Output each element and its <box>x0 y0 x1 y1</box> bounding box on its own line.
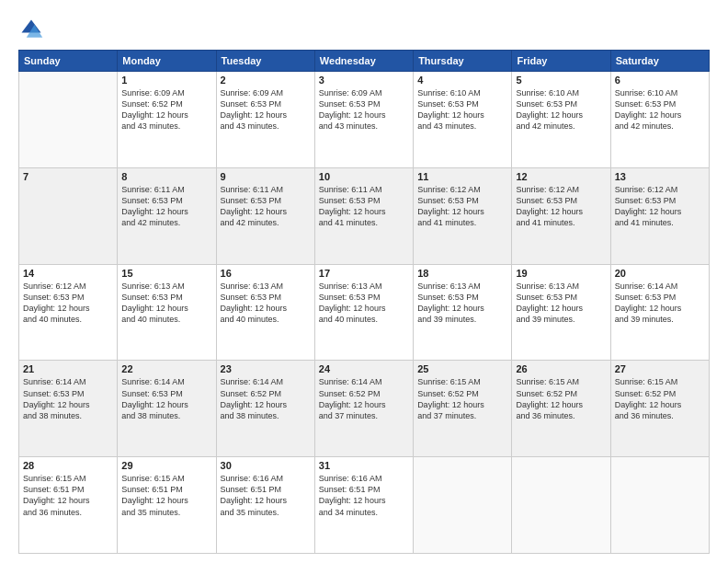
cell-text: Sunrise: 6:15 AMSunset: 6:52 PMDaylight:… <box>516 376 606 421</box>
table-row: 26Sunrise: 6:15 AMSunset: 6:52 PMDayligh… <box>512 361 610 457</box>
cell-text: Sunrise: 6:13 AMSunset: 6:53 PMDaylight:… <box>121 281 211 326</box>
table-row: 21Sunrise: 6:14 AMSunset: 6:53 PMDayligh… <box>19 361 118 457</box>
day-number: 9 <box>221 171 311 182</box>
cell-text: Sunrise: 6:12 AMSunset: 6:53 PMDaylight:… <box>615 184 705 229</box>
logo-icon <box>18 17 44 42</box>
cell-text: Sunrise: 6:15 AMSunset: 6:52 PMDaylight:… <box>615 376 705 421</box>
calendar-header-wednesday: Wednesday <box>314 51 413 72</box>
table-row <box>19 72 118 168</box>
day-number: 22 <box>121 363 211 374</box>
day-number: 13 <box>615 171 705 182</box>
day-number: 30 <box>221 460 311 471</box>
calendar-week-row: 78Sunrise: 6:11 AMSunset: 6:53 PMDayligh… <box>19 167 710 264</box>
cell-text: Sunrise: 6:15 AMSunset: 6:51 PMDaylight:… <box>23 473 113 518</box>
table-row: 23Sunrise: 6:14 AMSunset: 6:52 PMDayligh… <box>216 361 314 457</box>
cell-text: Sunrise: 6:13 AMSunset: 6:53 PMDaylight:… <box>319 281 409 326</box>
cell-text: Sunrise: 6:09 AMSunset: 6:52 PMDaylight:… <box>121 87 211 132</box>
cell-text: Sunrise: 6:10 AMSunset: 6:53 PMDaylight:… <box>417 87 507 132</box>
table-row: 13Sunrise: 6:12 AMSunset: 6:53 PMDayligh… <box>610 167 709 264</box>
table-row: 28Sunrise: 6:15 AMSunset: 6:51 PMDayligh… <box>19 457 118 554</box>
table-row: 10Sunrise: 6:11 AMSunset: 6:53 PMDayligh… <box>314 167 413 264</box>
table-row: 2Sunrise: 6:09 AMSunset: 6:53 PMDaylight… <box>216 72 314 168</box>
day-number: 25 <box>417 363 507 374</box>
table-row: 16Sunrise: 6:13 AMSunset: 6:53 PMDayligh… <box>216 264 314 361</box>
day-number: 21 <box>23 363 113 374</box>
table-row: 27Sunrise: 6:15 AMSunset: 6:52 PMDayligh… <box>610 361 709 457</box>
cell-text: Sunrise: 6:13 AMSunset: 6:53 PMDaylight:… <box>417 281 507 326</box>
cell-text: Sunrise: 6:12 AMSunset: 6:53 PMDaylight:… <box>417 184 507 229</box>
calendar-week-row: 28Sunrise: 6:15 AMSunset: 6:51 PMDayligh… <box>19 457 710 554</box>
calendar-header-thursday: Thursday <box>414 51 512 72</box>
table-row: 12Sunrise: 6:12 AMSunset: 6:53 PMDayligh… <box>512 167 610 264</box>
table-row: 19Sunrise: 6:13 AMSunset: 6:53 PMDayligh… <box>512 264 610 361</box>
day-number: 26 <box>516 363 606 374</box>
calendar-header-sunday: Sunday <box>19 51 118 72</box>
cell-text: Sunrise: 6:10 AMSunset: 6:53 PMDaylight:… <box>516 87 606 132</box>
cell-text: Sunrise: 6:13 AMSunset: 6:53 PMDaylight:… <box>221 281 311 326</box>
day-number: 4 <box>417 75 507 86</box>
calendar-week-row: 1Sunrise: 6:09 AMSunset: 6:52 PMDaylight… <box>19 72 710 168</box>
cell-text: Sunrise: 6:14 AMSunset: 6:53 PMDaylight:… <box>23 376 113 421</box>
table-row: 7 <box>19 167 118 264</box>
calendar-week-row: 21Sunrise: 6:14 AMSunset: 6:53 PMDayligh… <box>19 361 710 457</box>
day-number: 10 <box>319 171 409 182</box>
cell-text: Sunrise: 6:15 AMSunset: 6:51 PMDaylight:… <box>121 473 211 518</box>
calendar-week-row: 14Sunrise: 6:12 AMSunset: 6:53 PMDayligh… <box>19 264 710 361</box>
cell-text: Sunrise: 6:09 AMSunset: 6:53 PMDaylight:… <box>221 87 311 132</box>
table-row: 5Sunrise: 6:10 AMSunset: 6:53 PMDaylight… <box>512 72 610 168</box>
table-row: 6Sunrise: 6:10 AMSunset: 6:53 PMDaylight… <box>610 72 709 168</box>
cell-text: Sunrise: 6:09 AMSunset: 6:53 PMDaylight:… <box>319 87 409 132</box>
cell-text: Sunrise: 6:12 AMSunset: 6:53 PMDaylight:… <box>516 184 606 229</box>
day-number: 7 <box>23 171 113 182</box>
table-row: 25Sunrise: 6:15 AMSunset: 6:52 PMDayligh… <box>414 361 512 457</box>
day-number: 14 <box>23 268 113 279</box>
table-row: 24Sunrise: 6:14 AMSunset: 6:52 PMDayligh… <box>314 361 413 457</box>
logo <box>18 17 48 42</box>
cell-text: Sunrise: 6:10 AMSunset: 6:53 PMDaylight:… <box>615 87 705 132</box>
day-number: 8 <box>121 171 211 182</box>
cell-text: Sunrise: 6:14 AMSunset: 6:52 PMDaylight:… <box>319 376 409 421</box>
table-row: 3Sunrise: 6:09 AMSunset: 6:53 PMDaylight… <box>314 72 413 168</box>
day-number: 24 <box>319 363 409 374</box>
day-number: 27 <box>615 363 705 374</box>
table-row: 30Sunrise: 6:16 AMSunset: 6:51 PMDayligh… <box>216 457 314 554</box>
cell-text: Sunrise: 6:14 AMSunset: 6:52 PMDaylight:… <box>221 376 311 421</box>
day-number: 28 <box>23 460 113 471</box>
table-row: 15Sunrise: 6:13 AMSunset: 6:53 PMDayligh… <box>118 264 216 361</box>
table-row: 17Sunrise: 6:13 AMSunset: 6:53 PMDayligh… <box>314 264 413 361</box>
cell-text: Sunrise: 6:11 AMSunset: 6:53 PMDaylight:… <box>121 184 211 229</box>
day-number: 31 <box>319 460 409 471</box>
table-row: 8Sunrise: 6:11 AMSunset: 6:53 PMDaylight… <box>118 167 216 264</box>
table-row: 31Sunrise: 6:16 AMSunset: 6:51 PMDayligh… <box>314 457 413 554</box>
table-row: 14Sunrise: 6:12 AMSunset: 6:53 PMDayligh… <box>19 264 118 361</box>
day-number: 12 <box>516 171 606 182</box>
cell-text: Sunrise: 6:12 AMSunset: 6:53 PMDaylight:… <box>23 281 113 326</box>
table-row: 20Sunrise: 6:14 AMSunset: 6:53 PMDayligh… <box>610 264 709 361</box>
table-row: 18Sunrise: 6:13 AMSunset: 6:53 PMDayligh… <box>414 264 512 361</box>
header <box>18 17 710 42</box>
calendar-header-tuesday: Tuesday <box>216 51 314 72</box>
page: SundayMondayTuesdayWednesdayThursdayFrid… <box>0 0 728 563</box>
table-row: 22Sunrise: 6:14 AMSunset: 6:53 PMDayligh… <box>118 361 216 457</box>
table-row: 11Sunrise: 6:12 AMSunset: 6:53 PMDayligh… <box>414 167 512 264</box>
table-row: 4Sunrise: 6:10 AMSunset: 6:53 PMDaylight… <box>414 72 512 168</box>
cell-text: Sunrise: 6:11 AMSunset: 6:53 PMDaylight:… <box>221 184 311 229</box>
day-number: 3 <box>319 75 409 86</box>
day-number: 18 <box>417 268 507 279</box>
table-row: 29Sunrise: 6:15 AMSunset: 6:51 PMDayligh… <box>118 457 216 554</box>
cell-text: Sunrise: 6:16 AMSunset: 6:51 PMDaylight:… <box>319 473 409 518</box>
cell-text: Sunrise: 6:15 AMSunset: 6:52 PMDaylight:… <box>417 376 507 421</box>
cell-text: Sunrise: 6:16 AMSunset: 6:51 PMDaylight:… <box>221 473 311 518</box>
cell-text: Sunrise: 6:11 AMSunset: 6:53 PMDaylight:… <box>319 184 409 229</box>
calendar-header-friday: Friday <box>512 51 610 72</box>
table-row: 1Sunrise: 6:09 AMSunset: 6:52 PMDaylight… <box>118 72 216 168</box>
table-row <box>610 457 709 554</box>
day-number: 6 <box>615 75 705 86</box>
calendar-header-monday: Monday <box>118 51 216 72</box>
cell-text: Sunrise: 6:14 AMSunset: 6:53 PMDaylight:… <box>121 376 211 421</box>
day-number: 23 <box>221 363 311 374</box>
table-row: 9Sunrise: 6:11 AMSunset: 6:53 PMDaylight… <box>216 167 314 264</box>
day-number: 5 <box>516 75 606 86</box>
day-number: 15 <box>121 268 211 279</box>
day-number: 20 <box>615 268 705 279</box>
